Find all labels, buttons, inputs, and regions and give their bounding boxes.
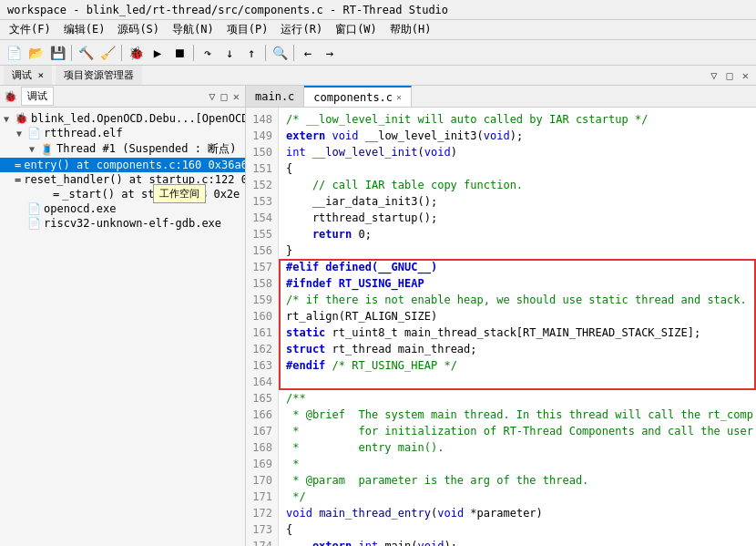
tree-item[interactable]: 📄riscv32-unknown-elf-gdb.exe — [0, 216, 245, 231]
tree-node-label: riscv32-unknown-elf-gdb.exe — [44, 217, 221, 230]
menu-help[interactable]: 帮助(H) — [384, 20, 437, 39]
tab-action-close[interactable]: ✕ — [739, 69, 752, 82]
toolbar-save[interactable]: 💾 — [47, 43, 67, 63]
tab-components-c-close[interactable]: ✕ — [396, 92, 402, 102]
tab-action-minimize[interactable]: □ — [723, 69, 737, 82]
tree-node-icon: = — [15, 159, 21, 171]
toolbar-debug[interactable]: 🐞 — [126, 43, 146, 63]
toolbar: 📄 📂 💾 🔨 🧹 🐞 ▶ ⏹ ↷ ↓ ↑ 🔍 ← → — [0, 40, 756, 66]
left-panel: 🐞 调试 ▽ □ ✕ 工作空间 ▼🐞blink_led.OpenOCD.Debu… — [0, 86, 246, 546]
tree-toggle[interactable]: ▼ — [16, 129, 27, 139]
left-tab-icons: ▽ □ ✕ — [207, 90, 241, 103]
main-layout: 🐞 调试 ▽ □ ✕ 工作空间 ▼🐞blink_led.OpenOCD.Debu… — [0, 86, 756, 546]
tree-node-label: openocd.exe — [44, 202, 116, 215]
tree-node-icon: 📄 — [27, 127, 41, 139]
window-title: workspace - blink_led/rt-thread/src/comp… — [7, 4, 448, 16]
tree-item[interactable]: ▼🐞blink_led.OpenOCD.Debu...[OpenOCD Debu… — [0, 111, 245, 126]
menu-navigate[interactable]: 导航(N) — [167, 20, 220, 39]
menu-window[interactable]: 窗口(W) — [330, 20, 383, 39]
toolbar-search[interactable]: 🔍 — [270, 43, 290, 63]
tree-node-label: Thread #1 (Suspended : 断点) — [56, 141, 236, 157]
toolbar-run[interactable]: ▶ — [148, 43, 168, 63]
tree-node-label: reset_handler() at startup.c:122 0x3136 — [24, 173, 245, 186]
tree-node-icon: = — [15, 173, 21, 186]
tree-item[interactable]: ▼🧵Thread #1 (Suspended : 断点) — [0, 140, 245, 158]
toolbar-new[interactable]: 📄 — [4, 43, 24, 63]
tree-item[interactable]: =entry() at components.c:160 0x36a6 — [0, 158, 245, 172]
tree-toggle[interactable]: ▼ — [4, 114, 15, 124]
tree-toggle[interactable]: ▼ — [29, 144, 40, 154]
tab-debug[interactable]: 调试 × — [4, 66, 52, 85]
toolbar-sep-1 — [71, 45, 72, 61]
tree-node-label: rtthread.elf — [44, 127, 123, 139]
tab-project-explorer[interactable]: 项目资源管理器 — [56, 66, 142, 85]
menu-edit[interactable]: 编辑(E) — [58, 20, 111, 39]
tab-action-dropdown[interactable]: ▽ — [707, 69, 720, 82]
menu-source[interactable]: 源码(S) — [112, 20, 165, 39]
toolbar-forward[interactable]: → — [320, 43, 340, 63]
left-panel-icon: 🐞 — [4, 90, 17, 103]
left-panel-header: 🐞 调试 ▽ □ ✕ — [0, 86, 245, 108]
tree-item[interactable]: =reset_handler() at startup.c:122 0x3136 — [0, 172, 245, 187]
menu-file[interactable]: 文件(F) — [4, 20, 56, 39]
code-editor[interactable]: 148 149 150 151 152 153 154 155 156 157 … — [246, 108, 756, 546]
toolbar-sep-3 — [193, 45, 194, 61]
toolbar-stop[interactable]: ⏹ — [169, 43, 189, 63]
tree-node-icon: 🧵 — [40, 143, 54, 156]
tab-main-c-label: main.c — [255, 90, 294, 103]
tree-item[interactable]: 📄openocd.exe — [0, 201, 245, 216]
tree-node-icon: 📄 — [27, 217, 41, 230]
editor-tabs: main.c components.c ✕ — [246, 86, 756, 108]
toolbar-back[interactable]: ← — [298, 43, 318, 63]
toolbar-sep-4 — [265, 45, 266, 61]
tab-components-c[interactable]: components.c ✕ — [304, 86, 412, 107]
code-content[interactable]: /* __low_level_init will auto called by … — [279, 108, 756, 546]
left-collapse-icon[interactable]: ▽ — [207, 90, 217, 103]
right-panel: main.c components.c ✕ 148 149 150 151 15… — [246, 86, 756, 546]
toolbar-step-over[interactable]: ↷ — [198, 43, 218, 63]
line-numbers: 148 149 150 151 152 153 154 155 156 157 … — [246, 108, 279, 546]
toolbar-sep-2 — [121, 45, 122, 61]
toolbar-step-out[interactable]: ↑ — [241, 43, 261, 63]
tree-item[interactable]: ▼📄rtthread.elf — [0, 126, 245, 140]
tree-node-icon: 📄 — [27, 202, 41, 215]
tree-node-icon: = — [53, 188, 59, 201]
tab-components-c-label: components.c — [313, 91, 393, 104]
menu-run[interactable]: 运行(R) — [275, 20, 328, 39]
left-close-icon[interactable]: ✕ — [231, 90, 241, 103]
debug-tree[interactable]: ▼🐞blink_led.OpenOCD.Debu...[OpenOCD Debu… — [0, 108, 245, 546]
secondary-tab-bar: 调试 × 项目资源管理器 ▽ □ ✕ — [0, 66, 756, 86]
workspace-tooltip: 工作空间 — [153, 184, 206, 203]
left-minimize-icon[interactable]: □ — [220, 90, 230, 103]
tree-node-icon: 🐞 — [15, 112, 28, 125]
menu-project[interactable]: 项目(P) — [221, 20, 274, 39]
tree-item[interactable]: =_start() at start.S:48 0x2e — [0, 187, 245, 201]
tree-node-label: blink_led.OpenOCD.Debu...[OpenOCD Debugg… — [31, 112, 245, 125]
toolbar-sep-5 — [293, 45, 294, 61]
tree-node-label: entry() at components.c:160 0x36a6 — [24, 159, 245, 171]
tree-node-label: _start() at start.S:48 0x2e — [62, 188, 240, 201]
left-tab-debug[interactable]: 调试 — [21, 87, 54, 106]
tab-actions: ▽ □ ✕ — [707, 69, 752, 82]
toolbar-open[interactable]: 📂 — [26, 43, 46, 63]
toolbar-clean[interactable]: 🧹 — [97, 43, 117, 63]
title-bar: workspace - blink_led/rt-thread/src/comp… — [0, 0, 756, 20]
toolbar-build[interactable]: 🔨 — [76, 43, 96, 63]
menu-bar: 文件(F) 编辑(E) 源码(S) 导航(N) 项目(P) 运行(R) 窗口(W… — [0, 20, 756, 40]
tab-main-c[interactable]: main.c — [246, 86, 304, 107]
toolbar-step-into[interactable]: ↓ — [220, 43, 240, 63]
